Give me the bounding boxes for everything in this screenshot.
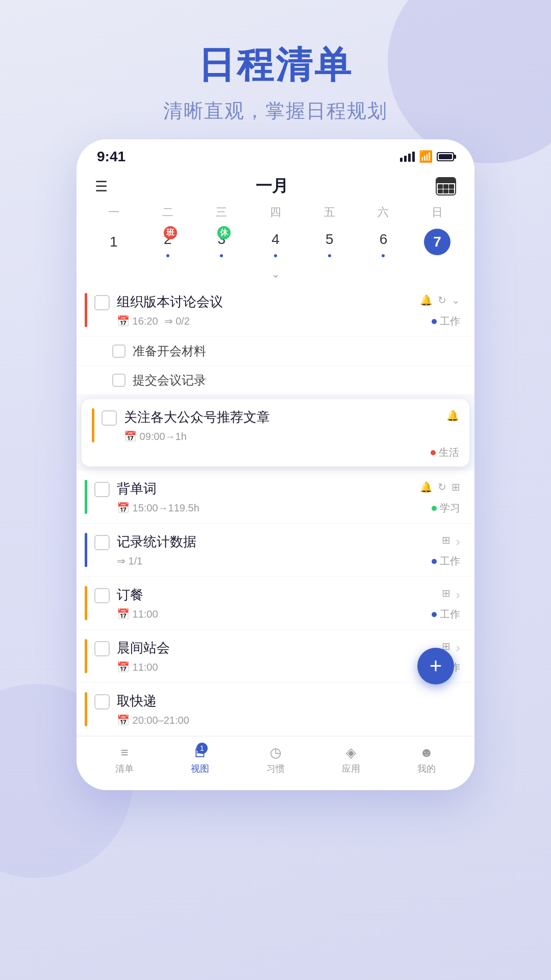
weekday-sat: 六 — [357, 205, 411, 220]
page-title: 日程清单 — [163, 41, 388, 90]
chevron-icon-6[interactable]: › — [456, 640, 460, 656]
task-meta-4: ⇒ 1/1 — [117, 555, 442, 567]
nav-item-app[interactable]: ◈ 应用 — [313, 745, 389, 775]
task-meta-2: 📅 09:00→1h — [124, 430, 446, 443]
subtask-checkbox-2[interactable] — [112, 374, 126, 387]
task-checkbox-2[interactable] — [102, 410, 117, 426]
task-item-2-card[interactable]: 关注各大公众号推荐文章 📅 09:00→1h 🔔 生活 — [82, 399, 469, 467]
task-title-3: 背单词 — [117, 480, 420, 498]
app-icon: ◈ — [346, 745, 356, 760]
bg-decoration-top — [388, 0, 551, 163]
page-subtitle: 清晰直观，掌握日程规划 — [163, 98, 388, 124]
nav-item-mine[interactable]: ☻ 我的 — [389, 745, 464, 775]
task-item-7[interactable]: 取快递 📅 20:00–21:00 + — [77, 683, 474, 736]
date-cell-6[interactable]: 6 — [357, 224, 411, 259]
task-item-1[interactable]: 组织版本讨论会议 📅 16:20 ⇒ 0/2 🔔 ↻ ⌄ 工作 — [77, 284, 474, 337]
grid-icon-5[interactable]: ⊞ — [442, 587, 450, 599]
repeat-icon-3[interactable]: ↻ — [438, 481, 446, 493]
list-icon: ≡ — [120, 745, 128, 760]
date-cell-7[interactable]: 7 — [410, 227, 464, 257]
date-cell-5[interactable]: 5 — [303, 224, 357, 259]
nav-item-view[interactable]: ⊟ 1 视图 — [162, 745, 238, 775]
grid-icon-3[interactable]: ⊞ — [452, 481, 460, 493]
task-checkbox-3[interactable] — [94, 482, 110, 497]
task-actions-3: 🔔 ↻ ⊞ — [420, 480, 460, 493]
subtask-item-2[interactable]: 提交会议记录 — [77, 366, 474, 395]
task-item-5[interactable]: 订餐 📅 11:00 ⊞ › 工作 — [77, 577, 474, 630]
task-tag-2: 生活 — [431, 446, 459, 459]
task-tag-3: 学习 — [432, 501, 460, 515]
alarm-icon-2[interactable]: 🔔 — [446, 409, 459, 422]
weekday-mon: 一 — [87, 205, 141, 220]
mine-icon: ☻ — [419, 745, 433, 760]
weekday-tue: 二 — [141, 205, 195, 220]
nav-label-list: 清单 — [115, 763, 134, 775]
date-cell-1[interactable]: 1 — [87, 227, 141, 257]
task-actions-5: ⊞ › — [442, 586, 460, 603]
date-cell-4[interactable]: 4 — [248, 224, 303, 259]
weekday-wed: 三 — [194, 205, 248, 220]
task-item-4[interactable]: 记录统计数据 ⇒ 1/1 ⊞ › 工作 — [77, 524, 474, 577]
task-actions-2: 🔔 — [446, 408, 459, 422]
date-cell-2[interactable]: 2 班 — [141, 224, 195, 259]
alarm-icon-3[interactable]: 🔔 — [420, 481, 433, 493]
task-title-2: 关注各大公众号推荐文章 — [124, 408, 446, 426]
habit-icon: ◷ — [270, 745, 282, 760]
task-title-4: 记录统计数据 — [117, 533, 442, 551]
task-content-2: 关注各大公众号推荐文章 📅 09:00→1h — [124, 408, 446, 443]
app-header: ☰ 一月 — [77, 170, 474, 205]
task-meta-5: 📅 11:00 — [117, 608, 442, 620]
date-cell-3[interactable]: 3 休 — [194, 224, 248, 259]
add-task-fab[interactable]: + — [417, 648, 454, 684]
task-checkbox-4[interactable] — [94, 535, 110, 550]
chevron-icon-5[interactable]: › — [456, 587, 460, 603]
subtask-title-2: 提交会议记录 — [133, 372, 206, 388]
task-meta-3: 📅 15:00→119.5h — [117, 502, 420, 514]
task-title-5: 订餐 — [117, 586, 442, 604]
task-tag-1: 工作 — [432, 314, 460, 328]
task-tag-4: 工作 — [432, 554, 460, 568]
weekday-fri: 五 — [303, 205, 357, 220]
alarm-icon-1[interactable]: 🔔 — [420, 294, 433, 306]
task-actions-4: ⊞ › — [442, 533, 460, 550]
nav-label-habit: 习惯 — [266, 763, 285, 775]
menu-icon[interactable]: ☰ — [95, 178, 108, 195]
grid-icon-4[interactable]: ⊞ — [442, 534, 450, 546]
calendar-view-icon[interactable] — [436, 177, 456, 195]
subtask-item-1[interactable]: 准备开会材料 — [77, 337, 474, 366]
task-checkbox-7[interactable] — [94, 694, 110, 709]
weekday-sun: 日 — [410, 205, 464, 220]
battery-icon — [437, 152, 454, 161]
highlighted-task-wrapper: 关注各大公众号推荐文章 📅 09:00→1h 🔔 生活 — [77, 395, 474, 471]
task-checkbox-5[interactable] — [94, 588, 110, 603]
task-item-3[interactable]: 背单词 📅 15:00→119.5h 🔔 ↻ ⊞ 学习 — [77, 471, 474, 524]
task-content-6: 晨间站会 📅 11:00 — [117, 639, 442, 673]
task-border-1 — [85, 293, 87, 327]
chevron-icon-4[interactable]: › — [456, 534, 460, 550]
repeat-icon-1[interactable]: ↻ — [438, 294, 446, 306]
expand-icon-1[interactable]: ⌄ — [452, 294, 460, 306]
task-checkbox-6[interactable] — [94, 641, 110, 656]
task-content-5: 订餐 📅 11:00 — [117, 586, 442, 620]
task-content-3: 背单词 📅 15:00→119.5h — [117, 480, 420, 514]
nav-label-view: 视图 — [191, 763, 209, 775]
signal-icon — [400, 152, 415, 162]
task-border-4 — [85, 533, 87, 567]
month-title: 一月 — [256, 175, 288, 198]
nav-label-mine: 我的 — [417, 763, 436, 775]
nav-item-habit[interactable]: ◷ 习惯 — [238, 745, 313, 775]
weekday-row: 一 二 三 四 五 六 日 — [87, 205, 464, 220]
task-item-6[interactable]: 晨间站会 📅 11:00 ⊞ › 工作 — [77, 630, 474, 683]
task-meta-6: 📅 11:00 — [117, 661, 442, 673]
task-checkbox-1[interactable] — [94, 295, 110, 310]
task-border-2 — [92, 408, 94, 443]
task-meta-7: 📅 20:00–21:00 — [117, 714, 460, 726]
nav-item-list[interactable]: ≡ 清单 — [87, 745, 162, 775]
task-border-7 — [85, 692, 87, 726]
status-time: 9:41 — [97, 149, 126, 165]
task-content-7: 取快递 📅 20:00–21:00 — [117, 692, 460, 726]
date-row: 1 2 班 3 休 4 — [87, 224, 464, 259]
expand-calendar-arrow[interactable]: ⌄ — [77, 264, 474, 284]
phone-mockup: 9:41 📶 ☰ 一月 一 二 — [77, 139, 474, 790]
subtask-checkbox-1[interactable] — [112, 345, 126, 358]
